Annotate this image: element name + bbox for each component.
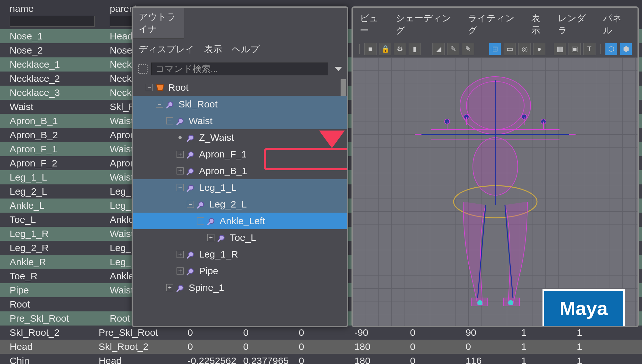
- cell-name: Root: [10, 299, 110, 310]
- svg-point-47: [477, 300, 482, 305]
- film-gate-icon[interactable]: ▭: [504, 43, 516, 55]
- cell-value: 1: [521, 327, 577, 338]
- outliner-menubar: ディスプレイ 表示 ヘルプ: [133, 39, 347, 60]
- tree-toggle-icon[interactable]: +: [207, 234, 214, 241]
- cell-name: Leg_1_L: [10, 172, 110, 183]
- table-row[interactable]: HeadSkl_Root_20001800011: [0, 340, 642, 354]
- viewport-canvas[interactable]: Maya: [353, 57, 638, 327]
- cell-name: Toe_L: [10, 214, 110, 225]
- menu-display[interactable]: ディスプレイ: [139, 43, 195, 55]
- tree-toggle-icon[interactable]: +: [166, 284, 173, 291]
- camera-lock-icon[interactable]: 🔒: [379, 43, 391, 55]
- cell-name: Ankle_L: [10, 200, 110, 211]
- cell-value: 1: [521, 341, 577, 352]
- cell-value: 90: [465, 327, 521, 338]
- search-dropdown-icon[interactable]: [334, 67, 342, 71]
- tree-node-apron-f-1[interactable]: +Apron_F_1: [133, 146, 347, 163]
- cell-name: Nose_2: [10, 45, 110, 56]
- tree-toggle-icon[interactable]: −: [187, 201, 194, 208]
- cell-name: Head: [10, 341, 99, 352]
- table-row[interactable]: Skl_Root_2Pre_Skl_Root000-9009011: [0, 326, 642, 340]
- joint-icon: [166, 99, 175, 109]
- camera-select-icon[interactable]: ■: [364, 43, 377, 55]
- grease-frame-icon[interactable]: ✎: [462, 43, 474, 55]
- tree-toggle-icon[interactable]: +: [177, 251, 184, 258]
- tree-node-z-waist[interactable]: Z_Waist: [133, 129, 347, 146]
- cell-name: Necklace_2: [10, 73, 110, 84]
- menu-show[interactable]: 表示: [204, 43, 222, 55]
- viewport-panel: ビュー シェーディング ライティング 表示 レンダラ パネル ■ 🔒 ⚙ ▮ ◢…: [351, 6, 639, 327]
- tree-node-toe-l[interactable]: +Toe_L: [133, 229, 347, 246]
- tree-node-skl-root[interactable]: −Skl_Root: [133, 96, 347, 113]
- vp-menu-lighting[interactable]: ライティング: [468, 12, 523, 37]
- cell-name: Leg_2_L: [10, 186, 110, 197]
- tree-node-leg-2-l[interactable]: −Leg_2_L: [133, 196, 347, 213]
- menu-help[interactable]: ヘルプ: [232, 43, 260, 55]
- vp-menu-renderer[interactable]: レンダラ: [558, 12, 594, 37]
- command-search-input[interactable]: [151, 63, 328, 75]
- tree-label: Leg_2_L: [209, 199, 247, 210]
- tree-toggle-icon[interactable]: −: [166, 117, 173, 124]
- viewport-toolbar: ■ 🔒 ⚙ ▮ ◢ ✎ ✎ ⊞ ▭ ◎ ● ▦ ▣ T ⬡ ⬢: [353, 41, 638, 57]
- gate-mask-icon[interactable]: ●: [533, 43, 545, 55]
- col-header-name[interactable]: name: [10, 3, 110, 14]
- image-plane-icon[interactable]: ◢: [432, 43, 445, 55]
- tree-node-leg-1-l[interactable]: −Leg_1_L: [133, 179, 347, 196]
- tree-node-root[interactable]: −Root: [133, 79, 347, 96]
- safe-title-icon[interactable]: T: [583, 43, 595, 55]
- selection-set-icon[interactable]: [138, 64, 148, 74]
- joint-icon: [186, 183, 196, 192]
- filter-input-name[interactable]: [10, 16, 95, 27]
- tree-label: Waist: [189, 115, 213, 126]
- tree-label: Z_Waist: [199, 132, 234, 143]
- tree-toggle-icon[interactable]: +: [177, 151, 184, 158]
- grease-pencil-icon[interactable]: ✎: [447, 43, 459, 55]
- svg-rect-0: [139, 65, 147, 73]
- field-chart-icon[interactable]: ▦: [554, 43, 566, 55]
- tree-toggle-icon[interactable]: −: [146, 84, 153, 91]
- vp-menu-shading[interactable]: シェーディング: [396, 12, 459, 37]
- cell-name: Skl_Root_2: [10, 327, 99, 338]
- vp-menu-show[interactable]: 表示: [531, 12, 549, 37]
- tree-toggle-icon[interactable]: −: [177, 184, 184, 191]
- tree-node-leg-1-r[interactable]: +Leg_1_R: [133, 246, 347, 263]
- joint-icon: [217, 233, 227, 242]
- safe-action-icon[interactable]: ▣: [568, 43, 581, 55]
- cedec-watermark: CEDEC2024: [567, 363, 629, 364]
- smooth-shade-icon[interactable]: ⬢: [620, 43, 632, 55]
- tree-label: Ankle_Left: [220, 216, 265, 226]
- wireframe-icon[interactable]: ⬡: [605, 43, 617, 55]
- tree-toggle-icon[interactable]: +: [177, 267, 184, 275]
- tree-toggle-icon[interactable]: +: [177, 167, 184, 174]
- cell-value: 0: [299, 341, 354, 352]
- joint-icon: [196, 199, 206, 209]
- cell-parent: Pre_Skl_Root: [99, 327, 187, 338]
- cell-parent: Head: [99, 355, 187, 364]
- cell-name: Apron_B_2: [10, 130, 110, 140]
- outliner-tree[interactable]: −Root−Skl_Root−WaistZ_Waist+Apron_F_1+Ap…: [133, 78, 347, 297]
- tree-toggle-icon[interactable]: −: [156, 101, 163, 108]
- outliner-tab[interactable]: アウトライナ: [133, 8, 184, 39]
- svg-point-48: [508, 300, 513, 305]
- tree-label: Apron_F_1: [199, 149, 247, 160]
- cell-value: 0: [187, 327, 243, 338]
- grid-toggle-icon[interactable]: ⊞: [489, 43, 501, 55]
- tree-node-waist[interactable]: −Waist: [133, 113, 347, 129]
- tree-node-ankle-left[interactable]: −Ankle_Left: [133, 213, 347, 229]
- vp-menu-panels[interactable]: パネル: [603, 12, 630, 37]
- cell-value: 0: [410, 327, 465, 338]
- tree-node-spine-1[interactable]: +Spine_1: [133, 279, 347, 296]
- cell-value: 0: [243, 341, 299, 352]
- cell-value: -90: [354, 327, 410, 338]
- table-row[interactable]: ChinHead-0.22525620.23779650180011611: [0, 354, 642, 364]
- tree-node-pipe[interactable]: +Pipe: [133, 263, 347, 279]
- root-icon: [155, 83, 165, 92]
- tree-node-apron-b-1[interactable]: +Apron_B_1: [133, 163, 347, 179]
- vp-menu-view[interactable]: ビュー: [360, 12, 387, 37]
- resolution-gate-icon[interactable]: ◎: [518, 43, 531, 55]
- camera-attr-icon[interactable]: ⚙: [394, 43, 406, 55]
- tree-toggle-icon[interactable]: −: [197, 217, 204, 224]
- bookmark-icon[interactable]: ▮: [409, 43, 421, 55]
- joint-icon: [207, 216, 216, 226]
- joint-icon: [186, 133, 196, 142]
